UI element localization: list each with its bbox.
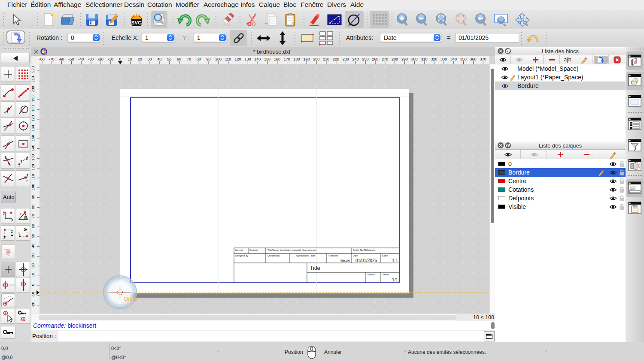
svg-text:a: a: [24, 215, 27, 220]
svg-text:1: 1: [3, 235, 5, 239]
svg-text:Filename: Filename: [328, 254, 338, 257]
svg-text:Quantity: Quantity: [249, 249, 258, 251]
svg-text:Sheet: Sheet: [383, 273, 389, 276]
svg-text:r: r: [20, 211, 22, 216]
svg-text:+: +: [264, 21, 267, 27]
svg-text:01/01/2025: 01/01/2025: [355, 258, 377, 263]
svg-text:file.dxf: file.dxf: [340, 259, 351, 262]
svg-text:Designed by: Designed by: [235, 254, 248, 257]
svg-text:1/1: 1/1: [392, 278, 398, 282]
svg-text:1: 1: [18, 232, 20, 236]
svg-text:Title: Title: [310, 265, 320, 271]
svg-text:1: 1: [18, 163, 20, 167]
svg-text:1:1: 1:1: [392, 258, 398, 263]
svg-text:Title/Name, destination, mater: Title/Name, destination, material, dimen…: [267, 249, 316, 251]
svg-text:Approved by - date: Approved by - date: [296, 254, 316, 257]
svg-text:Date: Date: [353, 254, 358, 257]
svg-text:2: 2: [26, 156, 28, 160]
svg-text:SVG: SVG: [131, 20, 142, 25]
svg-text:x: x: [11, 217, 13, 222]
svg-text:Edition: Edition: [368, 273, 374, 276]
svg-text:Item ref: Item ref: [235, 249, 243, 251]
svg-text:Checked by: Checked by: [267, 254, 280, 257]
svg-text:y: y: [3, 210, 5, 215]
svg-text:Scale: Scale: [382, 254, 388, 257]
svg-text:Article No./Reference: Article No./Reference: [353, 249, 375, 251]
svg-text:2: 2: [11, 229, 13, 234]
svg-text:2: 2: [24, 227, 26, 232]
